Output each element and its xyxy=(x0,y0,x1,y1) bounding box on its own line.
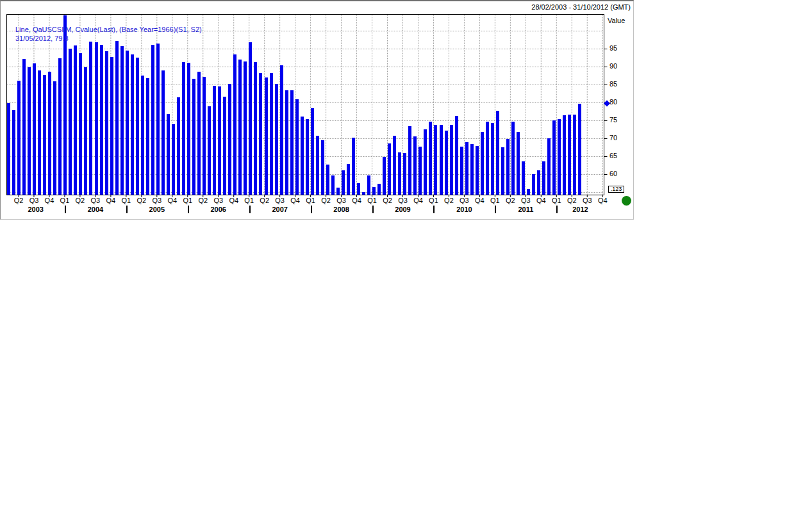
quarter-label: Q4 xyxy=(536,197,546,204)
bar xyxy=(115,41,119,195)
year-label: 2009 xyxy=(395,206,410,213)
bar xyxy=(547,138,551,195)
bar xyxy=(501,147,504,195)
quarter-label: Q1 xyxy=(122,197,131,204)
bar xyxy=(192,79,195,195)
bar xyxy=(470,144,474,195)
decimal-format-button[interactable]: .123 xyxy=(608,186,624,193)
quarter-label: Q1 xyxy=(183,197,192,204)
bar xyxy=(578,104,581,195)
year-label: 2005 xyxy=(149,206,165,213)
y-tick-label: 70 xyxy=(609,134,617,142)
bar xyxy=(316,136,319,195)
year-label: 2011 xyxy=(518,206,533,213)
bar xyxy=(331,175,335,195)
value-axis-title: Value xyxy=(608,17,625,24)
bar xyxy=(558,119,561,195)
year-label: 2007 xyxy=(272,206,287,213)
year-label: 2004 xyxy=(88,206,103,213)
bar xyxy=(352,138,355,195)
bar xyxy=(275,84,278,195)
bar xyxy=(146,78,149,195)
bar xyxy=(12,110,15,195)
bar xyxy=(95,42,98,195)
year-separator xyxy=(556,206,558,213)
bar xyxy=(424,129,427,195)
y-tick-label: 90 xyxy=(609,62,617,70)
bar xyxy=(440,125,443,195)
quarter-label: Q3 xyxy=(213,197,223,204)
bar xyxy=(527,189,530,195)
quarter-label: Q3 xyxy=(275,197,285,204)
bar xyxy=(326,165,329,195)
status-light-icon xyxy=(622,196,631,206)
quarter-label: Q4 xyxy=(106,197,116,204)
quarter-label: Q4 xyxy=(167,197,177,204)
year-separator xyxy=(65,206,66,213)
chart-legend[interactable]: Line, QaUSCSIIM, Cvalue(Last), (Base Yea… xyxy=(15,25,202,43)
quarter-label: Q3 xyxy=(460,197,469,204)
bar xyxy=(383,157,386,195)
year-separator xyxy=(188,206,189,213)
bar xyxy=(141,76,144,195)
bar xyxy=(110,57,113,195)
bar xyxy=(105,51,108,195)
year-label: 2006 xyxy=(210,206,226,213)
quarter-label: Q2 xyxy=(137,197,146,204)
bar xyxy=(151,45,154,195)
bar xyxy=(203,77,206,195)
bar xyxy=(408,126,411,195)
year-separator xyxy=(495,206,496,213)
bar xyxy=(33,63,36,195)
quarter-label: Q3 xyxy=(29,197,39,204)
quarter-label: Q3 xyxy=(521,197,531,204)
quarter-label: Q4 xyxy=(290,197,300,204)
bar xyxy=(532,174,535,195)
bar xyxy=(259,73,262,195)
bar xyxy=(162,70,165,195)
bar xyxy=(218,86,221,195)
year-separator xyxy=(311,206,312,213)
year-label: 2008 xyxy=(333,206,349,213)
quarter-label: Q1 xyxy=(490,197,500,204)
quarter-label: Q4 xyxy=(598,197,608,204)
bar xyxy=(177,97,180,195)
year-separator xyxy=(433,206,435,213)
bar xyxy=(496,111,499,195)
bar xyxy=(89,42,92,195)
bar xyxy=(573,115,576,195)
quarter-label: Q1 xyxy=(367,197,377,204)
bar xyxy=(120,46,124,195)
quarter-label: Q3 xyxy=(336,197,346,204)
bar xyxy=(398,152,401,195)
y-tick-label: 85 xyxy=(609,80,617,88)
quarter-label: Q2 xyxy=(567,197,577,204)
bar xyxy=(460,147,463,195)
quarter-label: Q3 xyxy=(583,197,592,204)
y-tick-label: 75 xyxy=(609,116,617,124)
bar xyxy=(22,59,26,195)
quarter-label: Q4 xyxy=(475,197,485,204)
quarter-label: Q2 xyxy=(76,197,85,204)
y-tick-label: 60 xyxy=(609,170,617,177)
bar xyxy=(187,63,190,195)
quarter-label: Q4 xyxy=(45,197,54,204)
bar xyxy=(403,153,406,195)
bar xyxy=(58,58,62,195)
bar xyxy=(197,72,201,195)
date-range-label: 28/02/2003 - 31/10/2012 (GMT) xyxy=(531,3,631,11)
bar xyxy=(17,81,21,195)
quarter-label: Q3 xyxy=(152,197,162,204)
bar xyxy=(244,61,247,195)
bar xyxy=(321,140,324,195)
bar xyxy=(311,108,314,195)
y-tick-label: 65 xyxy=(609,152,617,159)
bar xyxy=(228,84,231,195)
bar xyxy=(455,116,458,195)
bar xyxy=(213,86,216,195)
bar xyxy=(136,58,139,195)
bar xyxy=(342,170,345,195)
quarter-label: Q2 xyxy=(506,197,515,204)
bar xyxy=(563,115,566,195)
bar xyxy=(295,99,299,195)
